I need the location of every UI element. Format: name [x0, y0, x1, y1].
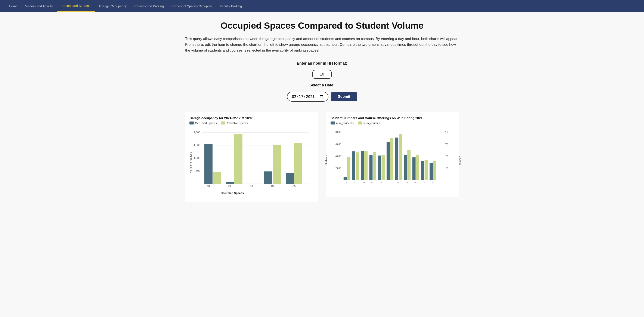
- legend-occupied: Occupied Spaces: [190, 122, 217, 125]
- svg-rect-38: [373, 152, 376, 180]
- svg-rect-35: [364, 151, 368, 180]
- svg-text:200: 200: [444, 143, 448, 145]
- svg-text:G4: G4: [271, 185, 274, 187]
- svg-text:17: 17: [423, 181, 425, 184]
- bar-g4-available: [273, 145, 281, 184]
- right-chart-svg-wrap: Students Courses 8,000 6,000 4,000 2,000: [330, 128, 454, 193]
- svg-rect-52: [412, 157, 416, 180]
- main-content: Occupied Spaces Compared to Student Volu…: [172, 12, 472, 214]
- svg-text:4,000: 4,000: [336, 155, 341, 157]
- svg-text:Occupied Spaces: Occupied Spaces: [221, 191, 244, 195]
- svg-text:1,500: 1,500: [194, 144, 200, 147]
- svg-rect-41: [382, 155, 385, 180]
- submit-button[interactable]: Submit: [331, 92, 357, 101]
- bar-g5-available: [294, 143, 302, 184]
- legend-students: num_students: [330, 122, 354, 125]
- svg-rect-50: [407, 150, 410, 180]
- nav-home[interactable]: Home: [5, 0, 22, 12]
- left-chart-legend: Occupied Spaces Available Spaces: [190, 122, 314, 125]
- right-chart-legend: num_students num_courses: [330, 122, 454, 125]
- right-chart-svg: 8,000 6,000 4,000 2,000 250 200 150 100: [330, 128, 454, 192]
- right-chart-y-right-label: Courses: [459, 156, 462, 165]
- left-chart-y-label: Number of Spaces: [189, 152, 192, 173]
- date-row: Submit: [287, 92, 357, 102]
- svg-rect-59: [433, 161, 436, 180]
- legend-students-swatch: [330, 122, 335, 125]
- legend-occupied-label: Occupied Spaces: [195, 122, 217, 125]
- svg-rect-47: [399, 134, 402, 180]
- navigation: Home Visitors and Activity Percent and S…: [0, 0, 644, 12]
- left-chart: Garage occupancy for 2021-02-17 at 10:00…: [185, 112, 318, 202]
- svg-rect-28: [344, 177, 347, 180]
- legend-courses-label: num_courses: [364, 122, 380, 125]
- legend-occupied-swatch: [190, 122, 194, 125]
- right-chart: Student Numbers and Course Offerings on …: [326, 112, 459, 197]
- legend-available-swatch: [221, 122, 225, 125]
- svg-text:G3: G3: [250, 185, 253, 187]
- svg-text:6,000: 6,000: [336, 143, 341, 145]
- svg-rect-31: [352, 151, 355, 180]
- page-description: This query allows easy comparisons betwe…: [185, 36, 459, 54]
- bar-g2-occupied: [226, 182, 234, 184]
- hour-label: Enter an hour in HH format:: [297, 61, 347, 66]
- svg-rect-49: [404, 155, 407, 180]
- legend-students-label: num_students: [336, 122, 354, 125]
- svg-rect-34: [361, 151, 364, 180]
- svg-text:15: 15: [406, 181, 408, 184]
- nav-faculty-parking[interactable]: Faculty Parking: [216, 0, 246, 12]
- svg-rect-58: [430, 163, 433, 180]
- svg-text:11: 11: [371, 181, 373, 184]
- legend-available-label: Available Spaces: [227, 122, 248, 125]
- svg-rect-29: [347, 157, 350, 180]
- svg-text:150: 150: [444, 155, 448, 157]
- right-chart-y-left-label: Students: [325, 156, 328, 166]
- svg-text:16: 16: [414, 181, 416, 184]
- left-chart-svg-wrap: Number of Spaces 2,000 1,500 1,000 500: [190, 128, 314, 197]
- svg-rect-56: [425, 160, 428, 180]
- svg-rect-37: [369, 155, 372, 180]
- svg-text:9: 9: [354, 181, 356, 184]
- svg-text:G2: G2: [228, 185, 232, 187]
- svg-rect-43: [386, 142, 390, 180]
- bar-g2-available: [234, 134, 242, 184]
- nav-visitors[interactable]: Visitors and Activity: [22, 0, 57, 12]
- svg-rect-44: [390, 138, 394, 180]
- svg-rect-46: [395, 138, 398, 180]
- legend-available: Available Spaces: [221, 122, 248, 125]
- svg-text:14: 14: [397, 181, 399, 184]
- nav-garage-occupancy[interactable]: Garage Occupancy: [95, 0, 130, 12]
- svg-text:10: 10: [362, 181, 364, 184]
- bar-g4-occupied: [264, 171, 272, 184]
- bar-g5-occupied: [286, 173, 294, 184]
- svg-text:2,000: 2,000: [194, 131, 200, 134]
- date-label: Select a Date:: [310, 83, 334, 88]
- bar-g1-occupied: [204, 144, 212, 184]
- right-chart-title: Student Numbers and Course Offerings on …: [330, 116, 454, 120]
- svg-text:2,000: 2,000: [336, 167, 341, 169]
- svg-rect-53: [416, 155, 419, 180]
- svg-text:G1: G1: [207, 185, 210, 187]
- nav-classes-parking[interactable]: Classes and Parking: [130, 0, 168, 12]
- svg-text:18: 18: [431, 181, 434, 184]
- nav-percent-students[interactable]: Percent and Students: [57, 0, 95, 12]
- query-form: Enter an hour in HH format: Select a Dat…: [185, 61, 459, 102]
- svg-text:12: 12: [380, 181, 382, 184]
- nav-percent-spaces[interactable]: Percent of Spaces Occupied: [168, 0, 216, 12]
- svg-text:100: 100: [444, 167, 448, 169]
- svg-rect-32: [356, 152, 359, 180]
- svg-text:250: 250: [444, 131, 448, 133]
- charts-row: Garage occupancy for 2021-02-17 at 10:00…: [185, 112, 459, 202]
- svg-text:8,000: 8,000: [336, 131, 341, 133]
- svg-text:G5: G5: [292, 185, 296, 187]
- legend-courses-swatch: [358, 122, 362, 125]
- left-chart-svg: 2,000 1,500 1,000 500 G1 G2: [190, 128, 314, 197]
- svg-rect-55: [421, 161, 424, 180]
- svg-text:500: 500: [196, 169, 200, 172]
- bar-g1-available: [213, 172, 221, 184]
- page-title: Occupied Spaces Compared to Student Volu…: [185, 21, 459, 31]
- hour-input[interactable]: [312, 70, 332, 79]
- left-chart-title: Garage occupancy for 2021-02-17 at 10:00…: [190, 116, 314, 120]
- date-input[interactable]: [287, 92, 328, 102]
- svg-text:13: 13: [388, 181, 390, 184]
- svg-text:1,000: 1,000: [194, 157, 200, 160]
